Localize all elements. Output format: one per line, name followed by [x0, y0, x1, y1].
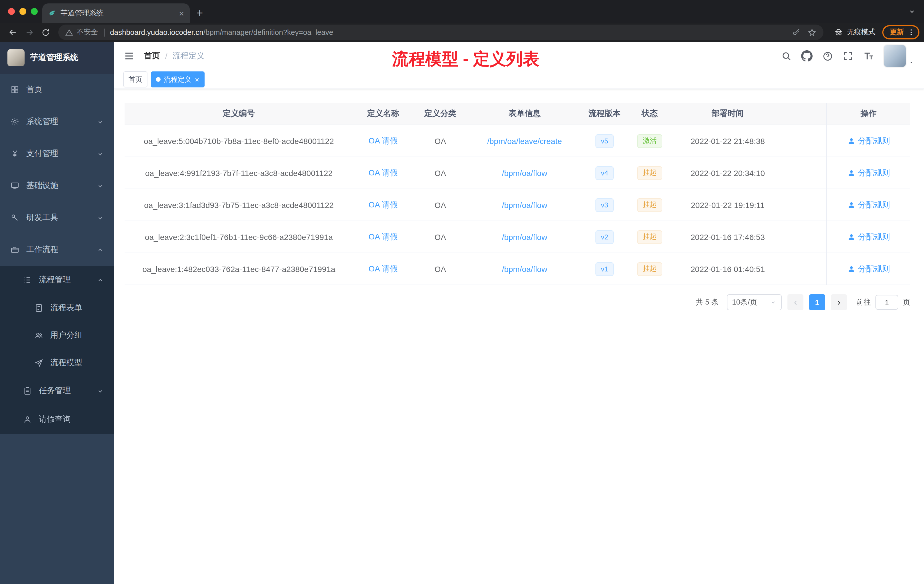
- window-close-button[interactable]: [8, 8, 15, 15]
- assign-rule-label: 分配规则: [858, 168, 890, 178]
- back-button[interactable]: [8, 27, 18, 37]
- status-badge: 挂起: [637, 198, 662, 212]
- breadcrumb-home[interactable]: 首页: [144, 51, 160, 61]
- avatar[interactable]: [884, 45, 906, 67]
- definition-id: oa_leave:3:1fad3d93-7b75-11ec-a3c8-acde4…: [125, 189, 353, 221]
- sidebar-item-label: 流程表单: [50, 303, 82, 313]
- deploy-time: 2022-01-22 21:48:38: [672, 125, 784, 157]
- form-link[interactable]: /bpm/oa/leave/create: [487, 136, 562, 145]
- payment-icon: [10, 149, 20, 158]
- logo-avatar: [7, 49, 25, 66]
- version-tag: v2: [595, 230, 614, 244]
- browser-menu-kebab-icon[interactable]: [907, 28, 916, 36]
- help-question-icon[interactable]: [822, 51, 833, 61]
- address-bar[interactable]: 不安全 dashboard.yudao.iocoder.cn/bpm/manag…: [58, 25, 823, 40]
- goto-unit-label: 页: [903, 297, 910, 307]
- github-icon[interactable]: [801, 50, 813, 62]
- sidebar-item-process-manage[interactable]: 流程管理: [0, 266, 114, 294]
- infrastructure-icon: [10, 181, 20, 190]
- password-key-icon[interactable]: [792, 28, 800, 36]
- incognito-label: 无痕模式: [847, 27, 875, 37]
- table-header-row: 定义编号 定义名称 定义分类 表单信息 流程版本 状态 部署时间 操作: [125, 103, 910, 125]
- form-link[interactable]: /bpm/oa/flow: [502, 264, 548, 274]
- definition-category: OA: [413, 221, 467, 252]
- bookmark-star-icon[interactable]: [807, 28, 817, 37]
- sidebar-item-process-model[interactable]: 流程模型: [0, 349, 114, 376]
- model-icon: [34, 358, 43, 368]
- sidebar-item-user-group[interactable]: 用户分组: [0, 322, 114, 349]
- forward-button[interactable]: [25, 27, 34, 37]
- fullscreen-icon[interactable]: [843, 51, 853, 61]
- assign-rule-link[interactable]: 分配规则: [847, 200, 890, 210]
- active-dot: [156, 77, 160, 82]
- status-badge: 挂起: [637, 262, 662, 276]
- deploy-time: 2022-01-16 17:46:53: [672, 221, 784, 252]
- prev-page-button[interactable]: ‹: [787, 294, 804, 310]
- window-zoom-button[interactable]: [31, 8, 38, 15]
- leave-icon: [23, 415, 32, 424]
- font-size-icon[interactable]: [863, 50, 874, 62]
- sidebar-item-leave-query[interactable]: 请假查询: [0, 405, 114, 434]
- sidebar: 芋道管理系统 首页 系统管理 支付管理 基础设施: [0, 42, 114, 584]
- form-link[interactable]: /bpm/oa/flow: [502, 168, 548, 177]
- sidebar-item-devtools[interactable]: 研发工具: [0, 202, 114, 234]
- assign-rule-link[interactable]: 分配规则: [847, 168, 890, 178]
- tab-search-chevron-icon[interactable]: [908, 7, 916, 15]
- chevron-down-icon: [97, 387, 104, 394]
- next-page-button[interactable]: ›: [831, 294, 847, 310]
- form-link[interactable]: /bpm/oa/flow: [502, 200, 548, 210]
- window-controls: [8, 8, 38, 15]
- sidebar-item-system-manage[interactable]: 系统管理: [0, 106, 114, 138]
- browser-tab[interactable]: 芋道管理系统 ×: [42, 3, 190, 23]
- dashboard-icon: [10, 85, 20, 94]
- assign-rule-link[interactable]: 分配规则: [847, 232, 890, 242]
- deploy-time: 2022-01-22 19:19:11: [672, 189, 784, 221]
- definition-name-link[interactable]: OA 请假: [369, 200, 398, 210]
- tag-home[interactable]: 首页: [124, 71, 147, 87]
- table-row: oa_leave:4:991f2193-7b7f-11ec-a3c8-acde4…: [125, 157, 910, 189]
- assign-rule-label: 分配规则: [858, 232, 890, 242]
- sidebar-item-workflow[interactable]: 工作流程: [0, 234, 114, 266]
- window-minimize-button[interactable]: [20, 8, 26, 15]
- omnibox-divider: [104, 28, 104, 36]
- version-tag: v4: [595, 166, 614, 180]
- definition-name-link[interactable]: OA 请假: [369, 168, 398, 178]
- assign-rule-link[interactable]: 分配规则: [847, 264, 890, 274]
- form-link[interactable]: /bpm/oa/flow: [502, 232, 548, 241]
- security-indicator[interactable]: 不安全: [65, 27, 98, 37]
- breadcrumb-separator: /: [165, 51, 167, 61]
- sidebar-item-task-manage[interactable]: 任务管理: [0, 376, 114, 405]
- current-page-button[interactable]: 1: [809, 294, 825, 310]
- tag-process-definition[interactable]: 流程定义 ×: [151, 71, 204, 87]
- sidebar-item-label: 请假查询: [39, 414, 71, 425]
- sidebar-item-process-form[interactable]: 流程表单: [0, 294, 114, 322]
- chrome-update-chip[interactable]: 更新: [882, 25, 919, 40]
- assign-rule-link[interactable]: 分配规则: [847, 136, 890, 146]
- sidebar-collapse-button[interactable]: [124, 50, 135, 62]
- sidebar-item-infrastructure[interactable]: 基础设施: [0, 170, 114, 202]
- goto-page: 前往 页: [856, 295, 910, 310]
- status-badge: 挂起: [637, 230, 662, 244]
- column-header: 部署时间: [672, 103, 784, 125]
- url-host: dashboard.yudao.iocoder.cn: [110, 28, 203, 36]
- sidebar-item-payment-manage[interactable]: 支付管理: [0, 138, 114, 170]
- new-tab-button[interactable]: +: [196, 7, 203, 18]
- page-size-value: 10条/页: [732, 297, 757, 307]
- sidebar-item-home[interactable]: 首页: [0, 74, 114, 106]
- sidebar-item-label: 工作流程: [26, 244, 58, 255]
- definition-name-link[interactable]: OA 请假: [369, 136, 398, 146]
- user-icon: [847, 265, 855, 273]
- reload-button[interactable]: [41, 28, 50, 37]
- tab-close-icon[interactable]: ×: [179, 9, 184, 17]
- page-size-select[interactable]: 10条/页: [727, 294, 782, 310]
- user-group-icon: [34, 331, 43, 340]
- tag-close-icon[interactable]: ×: [195, 76, 199, 83]
- definition-name-link[interactable]: OA 请假: [369, 264, 398, 274]
- definition-name-link[interactable]: OA 请假: [369, 232, 398, 242]
- gear-icon: [10, 117, 20, 126]
- url-text[interactable]: dashboard.yudao.iocoder.cn/bpm/manager/d…: [110, 28, 333, 36]
- search-icon[interactable]: [781, 51, 792, 61]
- breadcrumb-current: 流程定义: [173, 51, 205, 61]
- goto-page-input[interactable]: [875, 295, 898, 310]
- user-menu[interactable]: [884, 45, 915, 67]
